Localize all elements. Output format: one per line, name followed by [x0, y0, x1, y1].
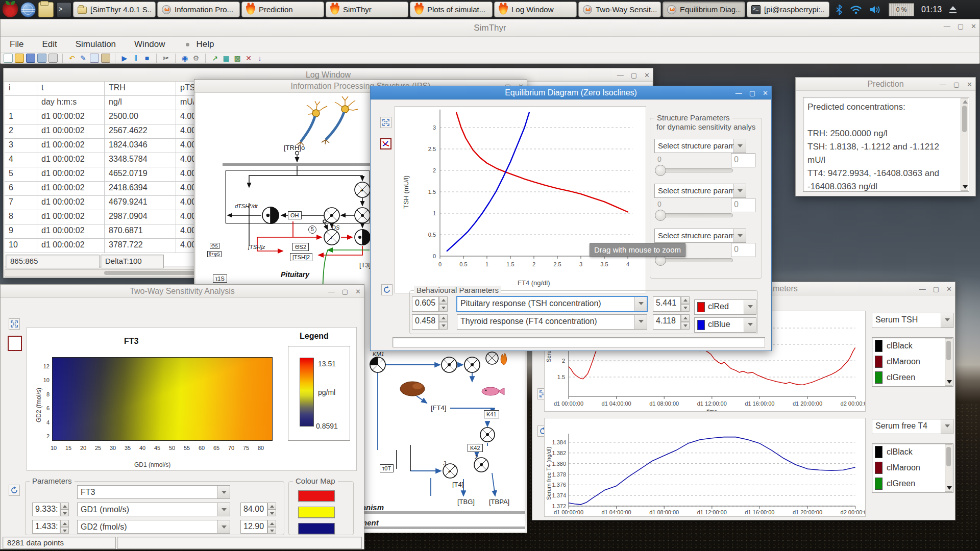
- pituitary-max-spin[interactable]: 5.441: [653, 296, 690, 312]
- ft3-parameter-select[interactable]: FT3: [77, 485, 230, 499]
- equilibrium-diagram-icon[interactable]: ✕: [244, 54, 253, 63]
- save-icon[interactable]: [26, 54, 35, 63]
- menu-file[interactable]: File: [1, 39, 33, 49]
- web-browser-icon[interactable]: [20, 2, 36, 17]
- maximize-button[interactable]: ▢: [953, 81, 960, 88]
- gd1-parameter-select[interactable]: GD1 (nmol/s): [77, 503, 230, 516]
- menu-simulation[interactable]: Simulation: [66, 39, 125, 49]
- file-manager-icon[interactable]: [38, 2, 54, 17]
- taskbar-button[interactable]: SimThyr: [326, 2, 408, 17]
- color-list-item[interactable]: clMaroon: [872, 460, 953, 475]
- plot2-color-list[interactable]: clBlackclMaroonclGreen: [872, 443, 953, 493]
- structure-slider-1[interactable]: [655, 168, 733, 172]
- plot1-color-list[interactable]: clBlackclMaroonclGreen: [872, 337, 953, 387]
- color-picker-icon[interactable]: [8, 336, 22, 351]
- settings-gear-icon[interactable]: ⚙: [191, 54, 201, 63]
- isocline-chart[interactable]: 00.511.522.5300.511.522.533.54 TSH (mU/l…: [395, 106, 646, 293]
- menu-window[interactable]: Window: [125, 39, 174, 49]
- close-button[interactable]: ✕: [971, 23, 976, 30]
- structure-slider-2[interactable]: [655, 213, 733, 217]
- simthyr-titlebar[interactable]: SimThyr — ▢ ✕: [1, 19, 979, 37]
- colour-map-swatch-red[interactable]: [298, 490, 335, 502]
- terminal-launcher-icon[interactable]: [56, 2, 71, 17]
- menu-help[interactable]: Help: [194, 39, 224, 49]
- stop-simulation-icon[interactable]: ■: [142, 54, 152, 63]
- color-list-item[interactable]: clGreen: [872, 369, 953, 385]
- minimize-button[interactable]: —: [944, 23, 950, 30]
- colour-map-swatch-yellow[interactable]: [298, 507, 335, 518]
- colour-map-swatch-navy[interactable]: [298, 523, 335, 534]
- close-button[interactable]: ✕: [763, 90, 768, 96]
- color-list-item[interactable]: clGreen: [872, 475, 953, 491]
- new-document-icon[interactable]: [4, 54, 13, 63]
- plot2-parameter-select[interactable]: Serum free T4: [872, 419, 953, 434]
- structure-spin-3[interactable]: 0: [731, 243, 755, 257]
- prediction-titlebar[interactable]: Prediction — ▢ ✕: [796, 78, 975, 91]
- structure-spin-1[interactable]: 0: [731, 153, 755, 167]
- fullscreen-icon[interactable]: [380, 117, 391, 128]
- volume-icon[interactable]: [869, 5, 881, 14]
- refresh-plot-icon[interactable]: [9, 485, 20, 496]
- export-log-icon[interactable]: [37, 54, 46, 63]
- two-way-analysis-icon[interactable]: ▩: [233, 54, 242, 63]
- fullscreen-icon[interactable]: [9, 318, 20, 330]
- taskbar-clock[interactable]: 01:13: [921, 5, 942, 14]
- gd2-end-spin[interactable]: 12.90: [240, 520, 276, 534]
- close-button[interactable]: ✕: [644, 72, 650, 79]
- pause-simulation-icon[interactable]: ‖: [131, 54, 140, 63]
- applications-menu-icon[interactable]: [3, 2, 18, 17]
- thyroid-max-spin[interactable]: 4.118: [653, 314, 690, 330]
- chart-export-icon[interactable]: [380, 138, 391, 149]
- minimize-button[interactable]: —: [940, 81, 946, 88]
- ft3-heatmap[interactable]: [52, 357, 273, 441]
- open-file-icon[interactable]: [15, 54, 24, 63]
- structure-param-select-2[interactable]: Select structure param: [654, 184, 746, 198]
- maximize-button[interactable]: ▢: [631, 72, 637, 79]
- maximize-button[interactable]: ▢: [749, 90, 755, 96]
- cut-icon[interactable]: ✂: [161, 54, 170, 63]
- preferences-globe-icon[interactable]: ◉: [180, 54, 189, 63]
- undo-icon[interactable]: ↶: [67, 54, 77, 63]
- minimize-button[interactable]: —: [736, 90, 742, 96]
- equilibrium-titlebar[interactable]: Equilibrium Diagram (Zero Isoclines) — ▢…: [371, 86, 771, 99]
- close-button[interactable]: ✕: [355, 288, 361, 295]
- slider-thumb[interactable]: [655, 210, 666, 221]
- two-way-titlebar[interactable]: Two-Way Sensitivity Analysis — ▢ ✕: [1, 285, 364, 298]
- thyroid-color-select[interactable]: clBlue: [694, 317, 756, 333]
- paste-icon[interactable]: [101, 54, 110, 63]
- plot1-parameter-select[interactable]: Serum TSH: [872, 313, 953, 328]
- minimize-button[interactable]: —: [328, 288, 335, 295]
- print-icon[interactable]: [48, 54, 58, 63]
- maximize-button[interactable]: ▢: [933, 286, 939, 292]
- run-simulation-icon[interactable]: ▶: [120, 54, 129, 63]
- sensitivity-analysis-icon[interactable]: ▦: [222, 54, 231, 63]
- taskbar-button[interactable]: Plots of simulat...: [410, 2, 493, 17]
- color-list-item[interactable]: clBlack: [872, 444, 953, 460]
- gd2-parameter-select[interactable]: GD2 (fmol/s): [77, 520, 230, 534]
- wifi-icon[interactable]: [850, 5, 862, 14]
- taskbar-button[interactable]: Equilibrium Diag...: [663, 2, 745, 17]
- taskbar-button[interactable]: [SimThyr 4.0.1 S...: [73, 2, 156, 17]
- eject-icon[interactable]: [949, 6, 957, 13]
- pituitary-color-select[interactable]: clRed: [694, 299, 756, 315]
- taskbar-button[interactable]: Log Window: [494, 2, 577, 17]
- close-button[interactable]: ✕: [967, 81, 972, 88]
- prediction-scrollbar[interactable]: [961, 98, 968, 191]
- menu-edit[interactable]: Edit: [33, 39, 66, 49]
- plot-window-icon[interactable]: ↗: [210, 54, 219, 63]
- thyroid-min-spin[interactable]: 0.458: [412, 314, 448, 330]
- minimize-button[interactable]: —: [919, 286, 926, 292]
- structure-param-select-3[interactable]: Select structure param: [654, 229, 746, 243]
- refresh-diagram-icon[interactable]: [381, 284, 393, 295]
- close-button[interactable]: ✕: [946, 286, 952, 292]
- taskbar-button[interactable]: Two-Way Sensit...: [578, 2, 661, 17]
- structure-param-select-1[interactable]: Select structure param: [654, 139, 746, 153]
- gd1-end-spin[interactable]: 84.00: [240, 503, 276, 516]
- download-results-icon[interactable]: ↓: [255, 54, 264, 63]
- annotate-icon[interactable]: ✎: [79, 54, 88, 63]
- bluetooth-icon[interactable]: [836, 5, 843, 15]
- gd2-start-spin[interactable]: 1.433:: [32, 520, 69, 534]
- color-list-item[interactable]: clMaroon: [872, 354, 953, 369]
- gd1-start-spin[interactable]: 9.333:: [32, 503, 69, 516]
- color-list-item[interactable]: clBlack: [872, 338, 953, 354]
